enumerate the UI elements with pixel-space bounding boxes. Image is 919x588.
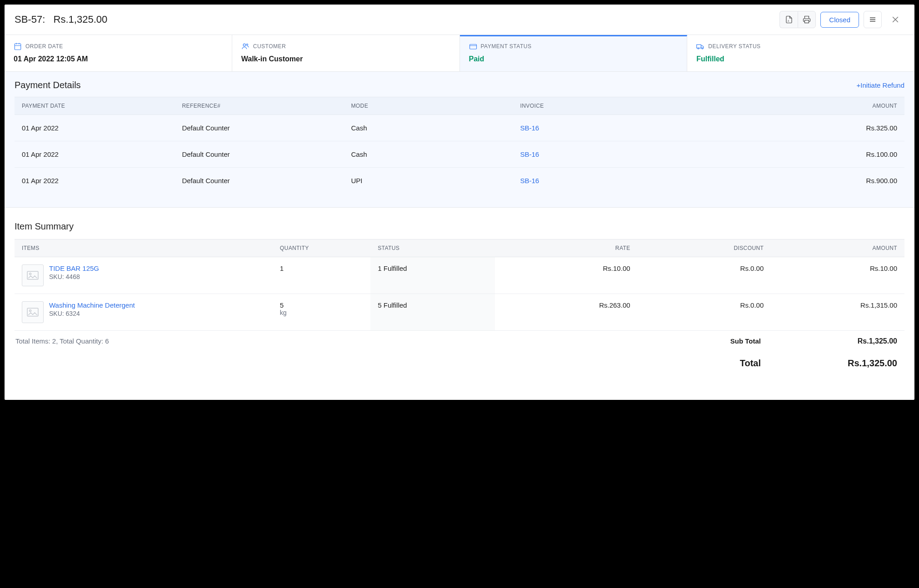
grand-total-row: Total Rs.1,325.00 xyxy=(15,350,904,373)
item-summary-section: Item Summary ITEMS QUANTITY STATUS RATE … xyxy=(5,208,914,382)
item-name-link[interactable]: Washing Machine Detergent xyxy=(49,301,135,309)
closed-status-button[interactable]: Closed xyxy=(820,12,859,28)
item-table: ITEMS QUANTITY STATUS RATE DISCOUNT AMOU… xyxy=(15,239,904,331)
svg-point-16 xyxy=(698,48,699,49)
item-rate: Rs.10.00 xyxy=(495,257,637,294)
col-invoice: INVOICE xyxy=(513,97,709,115)
item-discount: Rs.0.00 xyxy=(638,294,771,331)
svg-point-17 xyxy=(702,48,703,49)
payment-ref: Default Counter xyxy=(175,141,344,168)
svg-point-12 xyxy=(246,44,248,45)
payment-date: 01 Apr 2022 xyxy=(15,141,175,168)
page-title: SB-57: Rs.1,325.00 xyxy=(15,14,107,25)
order-total: Rs.1,325.00 xyxy=(54,14,108,25)
item-status: 5 Fulfilled xyxy=(370,294,495,331)
order-detail-panel: SB-57: Rs.1,325.00 A xyxy=(5,5,914,400)
payment-ref: Default Counter xyxy=(175,168,344,194)
col-rate: RATE xyxy=(495,239,637,257)
payment-amount: Rs.325.00 xyxy=(709,115,904,141)
total-label: Total xyxy=(740,358,761,369)
svg-point-21 xyxy=(30,310,31,312)
wallet-icon xyxy=(469,42,477,50)
initiate-refund-link[interactable]: +Initiate Refund xyxy=(857,81,905,89)
export-print-group: A xyxy=(779,11,816,28)
print-icon xyxy=(803,15,811,24)
col-item-amount: AMOUNT xyxy=(771,239,904,257)
item-status: 1 Fulfilled xyxy=(370,257,495,294)
item-thumbnail xyxy=(22,264,44,286)
svg-text:A: A xyxy=(788,20,789,22)
svg-rect-15 xyxy=(697,45,701,48)
header-actions: A Closed xyxy=(779,11,904,28)
payment-row: 01 Apr 2022 Default Counter Cash SB-16 R… xyxy=(15,115,904,141)
customer-value: Walk-in Customer xyxy=(241,55,450,63)
payment-amount: Rs.100.00 xyxy=(709,141,904,168)
payment-status-label: PAYMENT STATUS xyxy=(481,43,532,50)
print-button[interactable] xyxy=(798,11,816,28)
item-qty: 5 kg xyxy=(273,294,370,331)
calendar-icon xyxy=(14,42,22,50)
item-sku: SKU: 4468 xyxy=(49,273,99,280)
payment-date: 01 Apr 2022 xyxy=(15,115,175,141)
invoice-link[interactable]: SB-16 xyxy=(520,124,539,132)
col-status: STATUS xyxy=(370,239,495,257)
delivery-status-label: DELIVERY STATUS xyxy=(708,43,760,50)
invoice-link[interactable]: SB-16 xyxy=(520,150,539,158)
col-items: ITEMS xyxy=(15,239,273,257)
payment-mode: UPI xyxy=(344,168,513,194)
item-discount: Rs.0.00 xyxy=(638,257,771,294)
close-icon xyxy=(891,15,900,24)
payment-date: 01 Apr 2022 xyxy=(15,168,175,194)
order-info-strip: ORDER DATE 01 Apr 2022 12:05 AM CUSTOMER… xyxy=(5,35,914,72)
subtotal-label: Sub Total xyxy=(730,337,761,345)
payment-details-panel: Payment Details +Initiate Refund PAYMENT… xyxy=(5,72,914,208)
svg-point-11 xyxy=(243,44,245,46)
total-value: Rs.1,325.00 xyxy=(843,358,897,369)
order-date-label: ORDER DATE xyxy=(25,43,63,50)
col-quantity: QUANTITY xyxy=(273,239,370,257)
more-menu-button[interactable] xyxy=(864,11,882,28)
item-thumbnail xyxy=(22,301,44,323)
payment-details-title: Payment Details xyxy=(15,80,81,90)
totals-summary-left: Total Items: 2, Total Quantity: 6 xyxy=(15,337,109,345)
payment-ref: Default Counter xyxy=(175,115,344,141)
delivery-status-cell[interactable]: DELIVERY STATUS Fulfilled xyxy=(687,35,914,71)
svg-point-19 xyxy=(30,273,31,275)
item-row: Washing Machine Detergent SKU: 6324 5 kg… xyxy=(15,294,904,331)
truck-icon xyxy=(696,42,704,50)
svg-rect-7 xyxy=(15,44,21,50)
customer-label: CUSTOMER xyxy=(253,43,286,50)
invoice-link[interactable]: SB-16 xyxy=(520,177,539,184)
order-date-value: 01 Apr 2022 12:05 AM xyxy=(14,55,223,63)
order-date-cell[interactable]: ORDER DATE 01 Apr 2022 12:05 AM xyxy=(5,35,232,71)
item-rate: Rs.263.00 xyxy=(495,294,637,331)
pdf-icon: A xyxy=(785,15,793,24)
close-panel-button[interactable] xyxy=(886,11,904,28)
subtotal-row: Total Items: 2, Total Quantity: 6 Sub To… xyxy=(15,331,904,350)
svg-rect-1 xyxy=(805,20,809,23)
item-sku: SKU: 6324 xyxy=(49,310,135,317)
payment-amount: Rs.900.00 xyxy=(709,168,904,194)
item-amount: Rs.1,315.00 xyxy=(771,294,904,331)
svg-rect-13 xyxy=(469,45,476,50)
menu-icon xyxy=(869,15,877,24)
payment-row: 01 Apr 2022 Default Counter UPI SB-16 Rs… xyxy=(15,168,904,194)
delivery-status-value: Fulfilled xyxy=(696,55,905,63)
col-reference: REFERENCE# xyxy=(175,97,344,115)
item-name-link[interactable]: TIDE BAR 125G xyxy=(49,264,99,272)
payment-mode: Cash xyxy=(344,141,513,168)
customer-cell[interactable]: CUSTOMER Walk-in Customer xyxy=(232,35,460,71)
subtotal-value: Rs.1,325.00 xyxy=(843,337,897,345)
item-amount: Rs.10.00 xyxy=(771,257,904,294)
item-qty: 1 xyxy=(273,257,370,294)
export-pdf-button[interactable]: A xyxy=(779,11,798,28)
item-summary-title: Item Summary xyxy=(15,221,904,232)
header: SB-57: Rs.1,325.00 A xyxy=(5,5,914,35)
item-row: TIDE BAR 125G SKU: 4468 1 1 Fulfilled Rs… xyxy=(15,257,904,294)
customer-icon xyxy=(241,42,250,50)
payment-status-cell[interactable]: PAYMENT STATUS Paid xyxy=(460,35,688,71)
payment-table: PAYMENT DATE REFERENCE# MODE INVOICE AMO… xyxy=(15,97,904,194)
col-payment-date: PAYMENT DATE xyxy=(15,97,175,115)
order-id: SB-57: xyxy=(15,14,45,25)
payment-row: 01 Apr 2022 Default Counter Cash SB-16 R… xyxy=(15,141,904,168)
